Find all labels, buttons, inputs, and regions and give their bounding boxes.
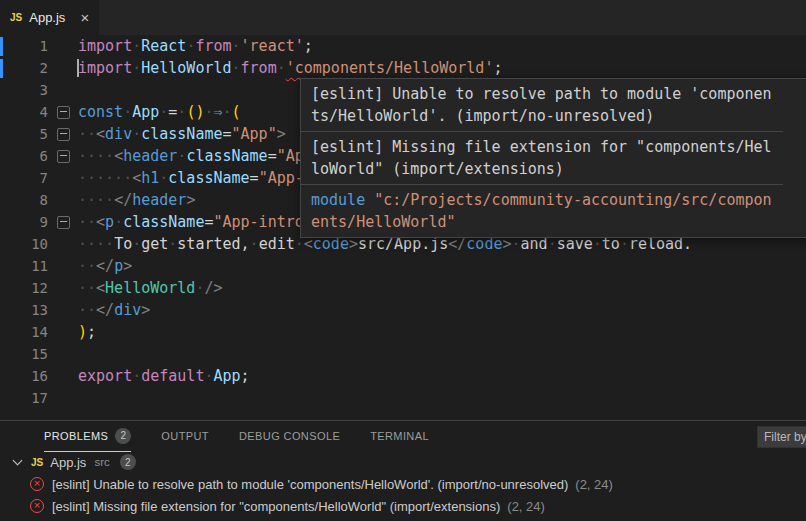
line-number: 10 bbox=[0, 233, 48, 255]
file-problems-badge: 2 bbox=[120, 454, 136, 470]
tab-terminal[interactable]: TERMINAL bbox=[370, 421, 429, 451]
fold-collapse-icon[interactable] bbox=[57, 106, 70, 119]
panel-tab-bar: PROBLEMS 2 OUTPUT DEBUG CONSOLE TERMINAL bbox=[0, 421, 806, 451]
code-line[interactable]: 11··</p> bbox=[0, 255, 806, 277]
file-name: App.js bbox=[50, 455, 86, 470]
whitespace-dots: ···· bbox=[78, 191, 114, 209]
line-number: 8 bbox=[0, 189, 48, 211]
fold-collapse-icon[interactable] bbox=[57, 216, 70, 229]
code-token: = bbox=[250, 169, 259, 187]
close-tab-icon[interactable]: × bbox=[80, 10, 89, 25]
problem-item[interactable]: ×[eslint] Missing file extension for "co… bbox=[0, 495, 806, 517]
fold-collapse-icon[interactable] bbox=[57, 128, 70, 141]
whitespace-dots: ·· bbox=[78, 301, 96, 319]
code-editor[interactable]: 1import·React·from·'react';2import·Hello… bbox=[0, 35, 806, 420]
whitespace-dots: · bbox=[132, 59, 141, 77]
tab-problems[interactable]: PROBLEMS 2 bbox=[44, 421, 131, 452]
code-token: > bbox=[186, 191, 195, 209]
code-token: p bbox=[105, 213, 114, 231]
problems-file-row[interactable]: JS App.js src 2 bbox=[0, 451, 806, 473]
tab-problems-label: PROBLEMS bbox=[44, 430, 108, 442]
code-token: div bbox=[114, 301, 141, 319]
tab-appjs[interactable]: JS App.js × bbox=[0, 0, 100, 35]
gutter-fold-column bbox=[48, 57, 78, 79]
line-number: 17 bbox=[0, 387, 48, 409]
code-token: </ bbox=[96, 257, 114, 275]
bottom-panel: PROBLEMS 2 OUTPUT DEBUG CONSOLE TERMINAL… bbox=[0, 420, 806, 521]
hover-module-info: module "c:/Projects/community-accounting… bbox=[301, 184, 783, 237]
line-number: 11 bbox=[0, 255, 48, 277]
error-icon: × bbox=[30, 477, 44, 491]
code-token: "App-intro" bbox=[213, 213, 312, 231]
code-token: = bbox=[223, 125, 232, 143]
code-line[interactable]: 12··<HelloWorld·/> bbox=[0, 277, 806, 299]
code-token: ; bbox=[304, 37, 313, 55]
hover-diagnostic-1: [eslint] Unable to resolve path to modul… bbox=[301, 79, 783, 131]
gutter-fold-column bbox=[48, 255, 78, 277]
code-line[interactable]: 1import·React·from·'react'; bbox=[0, 35, 806, 57]
line-number: 2 bbox=[0, 57, 48, 79]
code-token: HelloWorld bbox=[141, 59, 231, 77]
javascript-file-icon: JS bbox=[31, 457, 43, 468]
code-content: import·React·from·'react'; bbox=[78, 35, 806, 57]
vscode-window: JS App.js × 1import·React·from·'react';2… bbox=[0, 0, 806, 521]
code-token: > bbox=[277, 125, 286, 143]
whitespace-dots: ······ bbox=[78, 169, 132, 187]
code-line[interactable]: 16export·default·App; bbox=[0, 365, 806, 387]
code-token: const bbox=[78, 103, 123, 121]
module-keyword: module bbox=[311, 191, 365, 209]
code-line[interactable]: 15 bbox=[0, 343, 806, 365]
line-number: 1 bbox=[0, 35, 48, 57]
code-token: p bbox=[114, 257, 123, 275]
code-token: </ bbox=[96, 301, 114, 319]
problems-filter-input[interactable] bbox=[757, 426, 806, 448]
line-number: 16 bbox=[0, 365, 48, 387]
whitespace-dots: · bbox=[132, 125, 141, 143]
tab-output[interactable]: OUTPUT bbox=[161, 421, 209, 451]
editor-tab-bar: JS App.js × bbox=[0, 0, 806, 35]
code-token: < bbox=[96, 279, 105, 297]
code-content: ··</p> bbox=[78, 255, 806, 277]
code-token: import bbox=[78, 37, 132, 55]
code-token: from bbox=[241, 59, 277, 77]
error-underlined-token: 'components/HelloWorld' bbox=[286, 59, 494, 77]
code-token: < bbox=[96, 125, 105, 143]
whitespace-dots: ·· bbox=[78, 279, 96, 297]
fold-collapse-icon[interactable] bbox=[57, 150, 70, 163]
code-token: started, bbox=[177, 235, 249, 253]
code-content: ··</div> bbox=[78, 299, 806, 321]
code-token: export bbox=[78, 367, 132, 385]
whitespace-dots: ···· bbox=[78, 147, 114, 165]
whitespace-dots: · bbox=[123, 103, 132, 121]
whitespace-dots: · bbox=[277, 59, 286, 77]
code-token: App bbox=[213, 367, 240, 385]
whitespace-dots: · bbox=[159, 169, 168, 187]
code-token: > bbox=[141, 301, 150, 319]
whitespace-dots: · bbox=[114, 213, 123, 231]
whitespace-dots: ·· bbox=[78, 257, 96, 275]
whitespace-dots: · bbox=[132, 367, 141, 385]
tab-debug-console[interactable]: DEBUG CONSOLE bbox=[239, 421, 340, 451]
code-token: /> bbox=[204, 279, 222, 297]
code-line[interactable]: 2import·HelloWorld·from·'components/Hell… bbox=[0, 57, 806, 79]
code-line[interactable]: 13··</div> bbox=[0, 299, 806, 321]
line-number: 15 bbox=[0, 343, 48, 365]
line-number: 3 bbox=[0, 79, 48, 101]
code-token: 'react' bbox=[241, 37, 304, 55]
problem-item[interactable]: ×[eslint] Unable to resolve path to modu… bbox=[0, 473, 806, 495]
code-token: className bbox=[168, 169, 249, 187]
code-token: = bbox=[168, 103, 177, 121]
code-token: = bbox=[268, 147, 277, 165]
code-token: header bbox=[123, 147, 177, 165]
code-token: < bbox=[114, 147, 123, 165]
code-token: </ bbox=[114, 191, 132, 209]
code-content bbox=[78, 387, 806, 409]
problem-location: (2, 24) bbox=[507, 499, 545, 514]
code-line[interactable]: 17 bbox=[0, 387, 806, 409]
problem-location: (2, 24) bbox=[575, 477, 613, 492]
hover-diagnostic-2: [eslint] Missing file extension for "com… bbox=[301, 131, 783, 184]
line-number: 13 bbox=[0, 299, 48, 321]
code-line[interactable]: 14); bbox=[0, 321, 806, 343]
problem-message: [eslint] Missing file extension for "com… bbox=[52, 499, 500, 514]
whitespace-dots: · bbox=[132, 235, 141, 253]
